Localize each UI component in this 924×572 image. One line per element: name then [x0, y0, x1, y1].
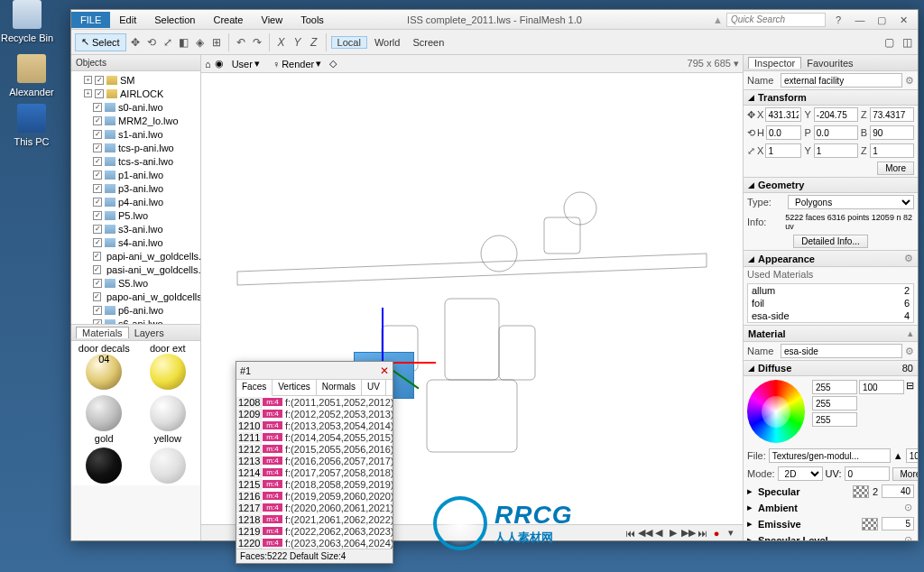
first-frame-icon[interactable]: ⏮ [624, 528, 636, 539]
objects-tree[interactable]: +✓SM+✓AIRLOCK✓s0-ani.lwo✓MRM2_lo.lwo✓s1-… [71, 71, 200, 324]
tree-item[interactable]: ✓pasi-ani_w_goldcells.lwo [73, 263, 199, 276]
face-row[interactable]: 1219m:4f:(2022,2062,2063,2023) t:(5 [236, 525, 393, 537]
tool-icon[interactable]: ⊞ [209, 35, 224, 50]
uv-tab[interactable]: UV [362, 380, 386, 395]
camera-icon[interactable]: ◉ [215, 58, 224, 69]
diffuse-b[interactable] [812, 412, 857, 427]
desktop-icon-pc[interactable]: This PC [5, 104, 59, 147]
tree-item[interactable]: ✓S5.lwo [73, 276, 199, 290]
property-row[interactable]: ▸Specular2 [744, 483, 918, 500]
tree-item[interactable]: ✓s0-ani.lwo [73, 100, 199, 114]
settings-icon[interactable]: ▾ [725, 527, 737, 539]
gear-icon[interactable]: ⊙ [901, 502, 914, 513]
tree-item[interactable]: ✓P5.lwo [73, 208, 199, 222]
favourites-tab[interactable]: Favourites [801, 58, 858, 69]
diffuse-r[interactable] [812, 380, 857, 394]
collapse-icon[interactable]: ▴ [908, 328, 913, 339]
tree-item[interactable]: ✓tcs-s-ani.lwo [73, 154, 199, 168]
menu-selection[interactable]: Selection [145, 12, 204, 28]
scale-x[interactable] [765, 143, 801, 158]
faces-floating-panel[interactable]: #1✕ Faces Vertices Normals UV 1208m:4f:(… [236, 361, 393, 564]
tree-item[interactable]: ✓papo-ani_w_goldcells.lwo [73, 290, 199, 303]
face-row[interactable]: 1218m:4f:(2021,2061,2062,2022) t:(3 [236, 513, 393, 525]
tree-item[interactable]: ✓p3-ani.lwo [73, 181, 199, 195]
maximize-button[interactable]: ▢ [873, 13, 891, 27]
scale-z[interactable] [870, 143, 914, 158]
tree-item[interactable]: ✓MRM2_lo.lwo [73, 114, 199, 127]
transform-z[interactable] [870, 107, 914, 122]
prev-frame-icon[interactable]: ◀◀ [638, 527, 651, 539]
used-material-row[interactable]: foil6 [748, 297, 913, 309]
play-icon[interactable]: ▶ [667, 527, 679, 539]
tool-icon[interactable]: ◈ [193, 35, 208, 50]
axis-x-icon[interactable]: X [274, 35, 289, 50]
axis-y-icon[interactable]: Y [291, 35, 305, 50]
inspector-tab[interactable]: Inspector [748, 57, 801, 69]
gear-icon[interactable]: ⚙ [904, 253, 913, 264]
menu-file[interactable]: FILE [71, 12, 110, 28]
tree-item[interactable]: ✓p4-ani.lwo [73, 195, 199, 208]
coord-screen[interactable]: Screen [407, 37, 449, 48]
color-wheel[interactable] [747, 380, 805, 443]
diffuse-section[interactable]: Diffuse [758, 363, 899, 374]
help-button[interactable]: ? [829, 13, 847, 27]
face-row[interactable]: 1220m:4f:(2023,2063,2064,2024) t:(5 [236, 537, 393, 549]
desktop-icon-bin[interactable]: Recycle Bin [0, 0, 54, 43]
gizmo-y-axis[interactable] [382, 308, 383, 362]
tree-item[interactable]: ✓s1-ani.lwo [73, 127, 199, 141]
quick-search[interactable] [726, 13, 826, 27]
layers-tab[interactable]: Layers [129, 328, 170, 338]
face-row[interactable]: 1208m:4f:(2011,2051,2052,2012) t:(1 [236, 396, 393, 408]
minimize-button[interactable]: — [851, 13, 869, 27]
transform-b[interactable] [870, 125, 914, 140]
close-button[interactable]: ✕ [894, 13, 912, 27]
menu-create[interactable]: Create [204, 12, 252, 28]
face-row[interactable]: 1217m:4f:(2020,2060,2061,2021) t:(3 [236, 502, 393, 513]
tree-item[interactable]: ✓papi-ani_w_goldcells.lwo [73, 249, 199, 263]
materials-tab[interactable]: Materials [76, 327, 129, 338]
layout-icon[interactable]: ▢ [882, 35, 896, 50]
scale-y[interactable] [814, 143, 858, 158]
gear-icon[interactable]: ⚙ [905, 346, 914, 357]
gear-icon[interactable]: ⚙ [905, 75, 914, 87]
face-row[interactable]: 1216m:4f:(2019,2059,2060,2020) t:(9 [236, 490, 393, 502]
tool-icon[interactable]: ◧ [177, 35, 191, 50]
user-dropdown[interactable]: User ▾ [227, 56, 264, 71]
material-swatch[interactable]: door decals 04 [73, 343, 135, 392]
tree-item[interactable]: +✓SM [73, 73, 199, 87]
used-material-row[interactable]: allum2 [748, 284, 913, 297]
render-dropdown[interactable]: ♀ Render ▾ [268, 56, 326, 71]
material-swatch[interactable]: lt allum [73, 446, 135, 485]
detailed-info-button[interactable]: Detailed Info... [793, 235, 867, 248]
face-row[interactable]: 1212m:4f:(2015,2055,2056,2016) t:(3 [236, 443, 393, 455]
material-name-input[interactable] [781, 344, 902, 358]
face-row[interactable]: 1214m:4f:(2017,2057,2058,2018) t:(8 [236, 466, 393, 478]
diffuse-alpha[interactable] [906, 448, 918, 463]
next-frame-icon[interactable]: ▶▶ [681, 527, 694, 539]
face-row[interactable]: 1211m:4f:(2014,2054,2055,2015) t:(5 [236, 431, 393, 443]
close-icon[interactable]: ✕ [380, 364, 389, 377]
diffuse-uv[interactable] [845, 466, 890, 481]
property-value[interactable] [882, 517, 914, 530]
diffuse-more-button[interactable]: More [892, 467, 918, 481]
property-row[interactable]: ▸Specular Level⊙ [744, 532, 918, 540]
faces-tab[interactable]: Faces [236, 380, 273, 396]
appearance-section[interactable]: Appearance [758, 254, 901, 264]
last-frame-icon[interactable]: ⏭ [696, 528, 708, 539]
transform-p[interactable] [814, 125, 858, 140]
undo-icon[interactable]: ↶ [234, 35, 248, 50]
material-swatch[interactable]: eva fixture [137, 446, 199, 485]
material-swatch[interactable]: yellow [137, 393, 199, 444]
move-tool-icon[interactable]: ✥ [128, 35, 143, 50]
tree-item[interactable]: ✓s6-ani.lwo [73, 317, 199, 324]
property-value[interactable] [882, 484, 914, 498]
desktop-icon-user[interactable]: Alexander [5, 54, 59, 97]
normals-tab[interactable]: Normals [317, 380, 362, 395]
tree-item[interactable]: +✓AIRLOCK [73, 87, 199, 100]
record-icon[interactable]: ● [710, 528, 723, 539]
material-section[interactable]: Material [748, 328, 904, 339]
menu-view[interactable]: View [253, 12, 292, 28]
material-swatch[interactable]: door ext [137, 343, 199, 392]
layout-split-icon[interactable]: ◫ [900, 35, 914, 50]
property-row[interactable]: ▸Ambient⊙ [744, 500, 918, 515]
